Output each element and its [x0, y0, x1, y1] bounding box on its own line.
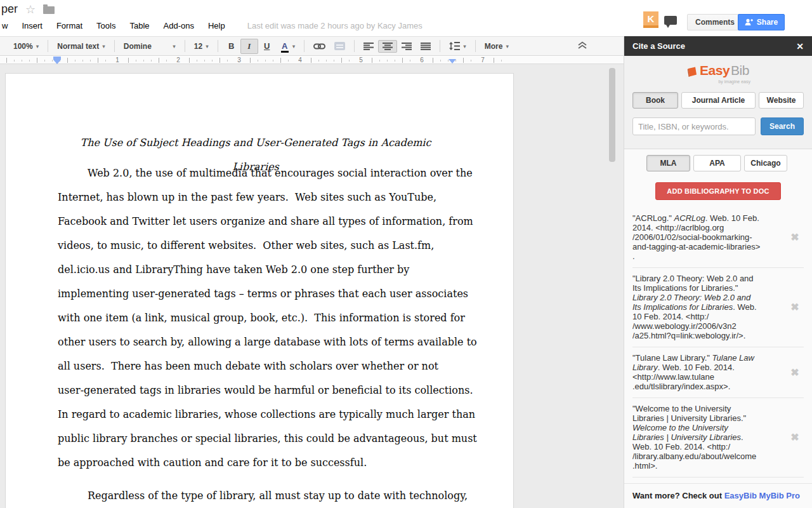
- toolbar-separator: [218, 40, 218, 52]
- menu-item-add-ons[interactable]: Add-ons: [157, 20, 201, 32]
- underline-button[interactable]: U: [258, 39, 276, 53]
- menu-item-view[interactable]: w: [1, 20, 15, 32]
- align-center-icon: [383, 43, 393, 50]
- delete-citation-icon[interactable]: ✖: [786, 301, 804, 313]
- tab-book[interactable]: Book: [632, 92, 678, 109]
- citation-entry: "ACRLog." ACRLog. Web. 10 Feb. 2014. <ht…: [632, 208, 804, 268]
- add-bibliography-button[interactable]: ADD BIBLIOGRAPHY TO DOC: [655, 182, 781, 200]
- font-family-select[interactable]: Domine▾: [119, 39, 180, 53]
- menu-item-table[interactable]: Table: [122, 20, 156, 32]
- text-line: In regard to academic libraries, whose c…: [58, 403, 454, 427]
- line-spacing-button[interactable]: ▾: [445, 39, 471, 53]
- citation-text: "Welcome to the University Libraries | U…: [632, 404, 786, 471]
- toolbar-separator: [304, 40, 304, 52]
- text-line: other users to search by, allowing a lar…: [58, 330, 454, 354]
- menu-item-format[interactable]: Format: [49, 20, 89, 32]
- share-button[interactable]: Share: [738, 14, 785, 30]
- titlebar: per ☆: [1, 3, 55, 16]
- menu-item-tools[interactable]: Tools: [89, 20, 122, 32]
- folder-icon[interactable]: [43, 6, 55, 14]
- text-line: implementing user-generated tags – terms…: [58, 282, 454, 306]
- source-type-tabs: BookJournal ArticleWebsite: [632, 92, 804, 109]
- text-line: user-generated tags in libraries would b…: [58, 378, 454, 403]
- toolbar-separator: [354, 40, 355, 52]
- text-line: Regardless of the type of library, all m…: [58, 484, 454, 508]
- cite-source-sidebar: Cite a Source ✕ EasyBib by imagine easy …: [624, 36, 812, 508]
- sidebar-header: Cite a Source ✕: [624, 36, 812, 56]
- document-title[interactable]: per: [1, 3, 18, 16]
- document-canvas: The Use of Subject Headings and User-Gen…: [0, 64, 624, 508]
- ruler-number: 6: [417, 57, 427, 64]
- document-page[interactable]: The Use of Subject Headings and User-Gen…: [5, 73, 514, 508]
- sidebar-title: Cite a Source: [632, 41, 685, 51]
- brand-easy: Easy: [700, 63, 730, 78]
- citation-text: "ACRLog." ACRLog. Web. 10 Feb. 2014. <ht…: [632, 213, 786, 261]
- search-button[interactable]: Search: [761, 117, 804, 135]
- delete-citation-icon[interactable]: ✖: [786, 231, 804, 243]
- insert-link-icon[interactable]: [309, 39, 330, 54]
- tab-website[interactable]: Website: [759, 92, 804, 109]
- sidebar-search-section: EasyBib by imagine easy BookJournal Arti…: [624, 56, 812, 149]
- ruler-number: 5: [356, 57, 366, 64]
- link-icon: [313, 41, 325, 51]
- text-line: with one item (a link, musical group, bo…: [58, 306, 454, 330]
- chat-icon[interactable]: [664, 16, 677, 25]
- mybib-pro-link[interactable]: EasyBib MyBib Pro: [724, 491, 800, 500]
- menu-item-insert[interactable]: Insert: [15, 20, 49, 32]
- document-scrollbar[interactable]: [609, 68, 615, 162]
- citation-list: "ACRLog." ACRLog. Web. 10 Feb. 2014. <ht…: [632, 208, 804, 478]
- align-right-button[interactable]: [397, 40, 416, 53]
- star-icon[interactable]: ☆: [25, 4, 36, 15]
- paragraph-style-select[interactable]: Normal text▾: [53, 39, 110, 53]
- align-right-icon: [402, 43, 412, 50]
- right-margin-marker[interactable]: [449, 59, 456, 64]
- top-chrome: per ☆ wInsertFormatToolsTableAdd-onsHelp…: [0, 0, 812, 36]
- last-edit-status[interactable]: Last edit was made 2 hours ago by Kacy J…: [247, 21, 422, 30]
- align-left-button[interactable]: [359, 40, 378, 53]
- style-tab-mla[interactable]: MLA: [646, 155, 690, 171]
- italic-button[interactable]: I: [240, 39, 258, 54]
- ruler-ticks: [6, 58, 508, 63]
- document-content[interactable]: The Use of Subject Headings and User-Gen…: [58, 131, 454, 508]
- text-line: del.icio.us and LibraryThing have taken …: [58, 258, 454, 282]
- citation-text: "Library 2.0 Theory: Web 2.0 and Its Imp…: [632, 274, 786, 340]
- citation-entry: "Welcome to the University Libraries | U…: [632, 398, 804, 478]
- align-center-button[interactable]: [378, 40, 397, 53]
- zoom-select[interactable]: 100%▾: [9, 39, 43, 53]
- search-row: Search: [632, 117, 804, 135]
- menu-items: wInsertFormatToolsTableAdd-onsHelp: [1, 20, 232, 32]
- more-button[interactable]: More▾: [480, 39, 513, 53]
- menu-item-help[interactable]: Help: [201, 20, 232, 32]
- font-size-select[interactable]: 12▾: [190, 39, 213, 53]
- comments-button[interactable]: Comments: [687, 14, 743, 30]
- style-tab-chicago[interactable]: Chicago: [744, 155, 787, 171]
- line-spacing-icon: [449, 42, 460, 50]
- tab-journal-article[interactable]: Journal Article: [681, 92, 756, 109]
- essay-title: The Use of Subject Headings and User-Gen…: [58, 131, 454, 155]
- text-line: be approached with caution and care for …: [58, 451, 454, 475]
- toolbar-separator: [440, 40, 440, 52]
- delete-citation-icon[interactable]: ✖: [786, 431, 804, 443]
- close-icon[interactable]: ✕: [796, 41, 804, 51]
- bold-button[interactable]: B: [223, 39, 240, 53]
- text-color-button[interactable]: A▾: [276, 39, 300, 53]
- collapse-toolbar-icon[interactable]: [578, 41, 587, 51]
- text-line: public library branches or special libra…: [58, 427, 454, 451]
- toolbar-separator: [475, 40, 476, 52]
- citation-entry: "Library 2.0 Theory: Web 2.0 and Its Imp…: [632, 268, 804, 347]
- menubar: wInsertFormatToolsTableAdd-onsHelp Last …: [1, 20, 422, 32]
- brand-bib: Bib: [731, 63, 749, 78]
- toolbar-separator: [48, 40, 48, 52]
- align-justify-icon: [421, 43, 431, 50]
- avatar[interactable]: K: [643, 11, 658, 28]
- citation-style-tabs: MLAAPAChicago: [646, 155, 812, 171]
- toolbar: 100%▾ Normal text▾ Domine▾ 12▾ B I U A▾ …: [0, 36, 624, 56]
- delete-citation-icon[interactable]: ✖: [786, 366, 804, 378]
- left-margin-marker[interactable]: [53, 60, 61, 64]
- search-input[interactable]: [632, 117, 756, 135]
- text-line: Internet, has blown up in the past few y…: [58, 185, 454, 210]
- align-justify-button[interactable]: [416, 40, 435, 53]
- ruler-number: 1: [112, 57, 122, 64]
- paragraph: Regardless of the type of library, all m…: [58, 484, 454, 508]
- style-tab-apa[interactable]: APA: [693, 155, 741, 171]
